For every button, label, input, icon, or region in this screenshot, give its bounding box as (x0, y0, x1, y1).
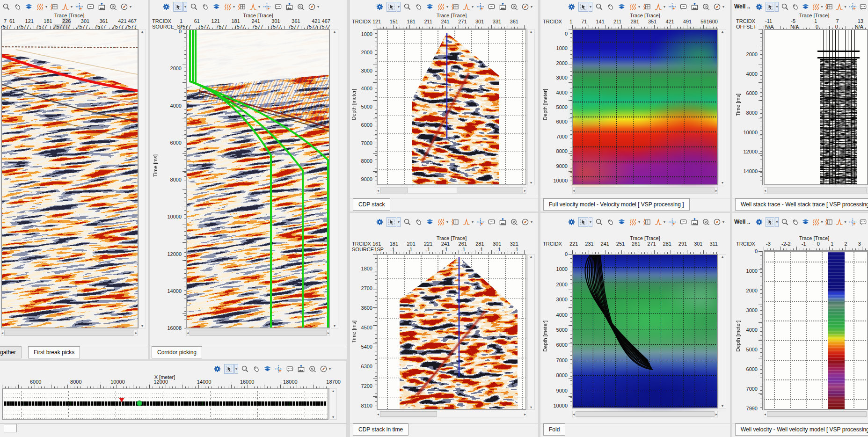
zoom-icon[interactable] (2, 2, 11, 11)
dropdown-caret-icon[interactable]: ▾ (775, 2, 779, 12)
wiggle-display-icon[interactable] (437, 218, 445, 226)
mouse-mode-icon[interactable] (414, 2, 423, 11)
crosshair-icon[interactable] (668, 218, 677, 226)
scroll-down-icon[interactable]: ▾ (332, 415, 334, 419)
mouse-mode-icon[interactable] (791, 218, 799, 226)
scroll-down-icon[interactable]: ▾ (530, 181, 532, 185)
settings-icon[interactable] (213, 364, 222, 373)
tab-source-gather[interactable]: ce gather (0, 346, 22, 358)
horizontal-scrollbar[interactable]: ◂ ▸ (186, 329, 330, 336)
wiggle-display-icon[interactable] (628, 2, 637, 11)
dropdown-caret-icon[interactable]: ▾ (397, 2, 401, 12)
comment-icon[interactable] (487, 218, 496, 226)
measure-icon[interactable] (510, 2, 518, 11)
dropdown-caret-icon[interactable]: ▾ (638, 5, 640, 9)
tab-full-velocity-model[interactable]: Full velocity model - Velocity model [ V… (543, 198, 690, 211)
pointer-mode-icon[interactable] (173, 2, 183, 12)
wiggle-display-icon[interactable] (628, 218, 637, 226)
measure-icon[interactable] (510, 218, 518, 226)
histogram-icon[interactable] (654, 2, 663, 11)
dropdown-caret-icon[interactable]: ▾ (472, 220, 474, 224)
trace-table-icon[interactable] (237, 2, 246, 11)
crosshair-icon[interactable] (849, 218, 857, 226)
wiggle-display-icon[interactable] (812, 2, 820, 11)
dropdown-caret-icon[interactable]: ▾ (130, 5, 131, 9)
export-image-icon[interactable] (285, 2, 294, 11)
scroll-up-icon[interactable]: ▴ (530, 255, 532, 259)
settings-icon[interactable] (567, 218, 576, 226)
scroll-down-icon[interactable]: ▾ (530, 405, 532, 409)
export-image-icon[interactable] (97, 2, 106, 11)
settings-icon[interactable] (755, 2, 763, 11)
layers-icon[interactable] (263, 364, 272, 373)
dropdown-caret-icon[interactable]: ▾ (638, 220, 640, 224)
dropdown-caret-icon[interactable]: ▾ (821, 5, 823, 9)
comment-icon[interactable] (679, 218, 688, 226)
scroll-left-icon[interactable]: ◂ (377, 189, 379, 193)
trace-table-icon[interactable] (451, 218, 460, 226)
dropdown-caret-icon[interactable]: ▾ (664, 5, 665, 9)
export-image-icon[interactable] (498, 218, 507, 226)
export-image-icon[interactable] (690, 2, 699, 11)
measure-icon[interactable] (701, 218, 710, 226)
tab-cdp-stack[interactable]: CDP stack (353, 198, 390, 211)
measure-icon[interactable] (701, 2, 710, 11)
dropdown-caret-icon[interactable]: ▾ (258, 5, 260, 9)
comment-icon[interactable] (274, 2, 283, 11)
vertical-scrollbar[interactable]: ▴ ▾ (139, 29, 146, 328)
layers-icon[interactable] (802, 2, 810, 11)
horizontal-scrollbar[interactable]: ◂ ▸ (377, 411, 526, 417)
dropdown-caret-icon[interactable]: ▾ (472, 5, 474, 9)
dropdown-caret-icon[interactable]: ▾ (233, 5, 235, 9)
zoom-icon[interactable] (595, 218, 604, 226)
pointer-mode-icon[interactable] (578, 2, 588, 12)
compass-icon[interactable] (521, 2, 530, 11)
zoom-icon[interactable] (403, 2, 412, 11)
settings-icon[interactable] (375, 218, 384, 226)
pointer-mode-icon[interactable] (578, 217, 588, 227)
well-stack-plot[interactable] (764, 29, 868, 185)
vertical-scrollbar[interactable]: ▴ ▾ (719, 29, 726, 185)
trace-table-icon[interactable] (825, 2, 833, 11)
scroll-right-icon[interactable]: ▸ (524, 189, 526, 193)
compass-icon[interactable] (521, 218, 530, 226)
dropdown-caret-icon[interactable]: ▾ (329, 367, 331, 371)
scroll-up-icon[interactable]: ▴ (722, 255, 723, 259)
pointer-mode-icon[interactable] (766, 217, 774, 227)
tab-fold[interactable]: Fold (543, 423, 565, 436)
dropdown-caret-icon[interactable]: ▾ (589, 217, 592, 227)
crosshair-icon[interactable] (476, 2, 485, 11)
well-velocity-plot[interactable] (764, 251, 868, 410)
scroll-left-icon[interactable]: ◂ (187, 331, 189, 335)
scroll-down-icon[interactable]: ▾ (722, 181, 723, 185)
scroll-down-icon[interactable]: ▾ (722, 404, 723, 408)
dropdown-caret-icon[interactable]: ▾ (821, 220, 823, 224)
scroll-left-icon[interactable]: ◂ (573, 189, 575, 193)
dropdown-caret-icon[interactable]: ▾ (397, 217, 401, 227)
vertical-scrollbar[interactable]: ▴ ▾ (527, 254, 535, 410)
measure-icon[interactable] (308, 364, 317, 373)
scroll-up-icon[interactable]: ▴ (332, 389, 334, 393)
dropdown-caret-icon[interactable]: ▾ (531, 220, 532, 224)
settings-icon[interactable] (375, 2, 384, 11)
horizontal-scrollbar[interactable]: ◂ ▸ (572, 411, 718, 417)
horizontal-scrollbar[interactable]: ◂ ▸ (377, 187, 526, 194)
settings-icon[interactable] (567, 2, 576, 11)
comment-icon[interactable] (86, 2, 95, 11)
mouse-mode-icon[interactable] (606, 218, 615, 226)
histogram-icon[interactable] (248, 2, 257, 11)
crosshair-icon[interactable] (668, 2, 677, 11)
scroll-down-icon[interactable]: ▾ (334, 324, 336, 328)
pointer-mode-icon[interactable] (224, 364, 234, 374)
velocity-model-plot[interactable] (572, 29, 718, 185)
dropdown-caret-icon[interactable]: ▾ (722, 5, 724, 9)
cdp-stack-plot[interactable] (377, 29, 526, 185)
histogram-icon[interactable] (462, 218, 471, 226)
zoom-icon[interactable] (781, 2, 789, 11)
scroll-left-icon[interactable]: ◂ (764, 412, 766, 416)
corridor-plot[interactable] (186, 29, 330, 328)
scroll-right-icon[interactable]: ▸ (715, 412, 717, 416)
measure-icon[interactable] (109, 2, 117, 11)
dropdown-caret-icon[interactable]: ▾ (531, 5, 532, 9)
crosshair-icon[interactable] (263, 2, 271, 11)
